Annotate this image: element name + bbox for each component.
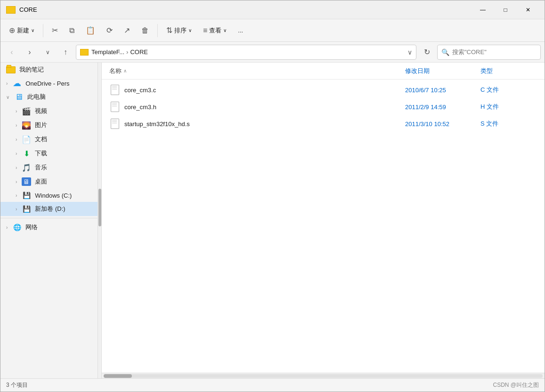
plus-icon: ⊕ — [9, 26, 15, 35]
file-type-2: S 文件 — [480, 120, 537, 128]
sort-button[interactable]: ⇅ 排序 ∨ — [162, 23, 196, 38]
sidebar-item-music[interactable]: › 🎵 音乐 — [0, 160, 98, 175]
col-date-header[interactable]: 修改日期 — [405, 67, 480, 75]
table-row[interactable]: core_cm3.h 2011/2/9 14:59 H 文件 — [102, 98, 545, 115]
paste-icon: 📋 — [86, 26, 95, 35]
sidebar-item-windows-c[interactable]: › 💾 Windows (C:) — [0, 189, 98, 202]
view-label: 查看 — [209, 26, 221, 35]
new-chevron-icon: ∨ — [31, 28, 34, 33]
back-button[interactable]: ‹ — [4, 45, 19, 60]
table-row[interactable]: core_cm3.c 2010/6/7 10:25 C 文件 — [102, 81, 545, 98]
table-row[interactable]: startup_stm32f10x_hd.s 2011/3/10 10:52 S… — [102, 115, 545, 132]
file-date-1: 2011/2/9 14:59 — [405, 104, 480, 111]
file-date-0: 2010/6/7 10:25 — [405, 87, 480, 94]
filelist-body: core_cm3.c 2010/6/7 10:25 C 文件 core_cm3.… — [102, 80, 545, 373]
status-item-count: 3 个项目 — [6, 381, 28, 389]
video-icon: 🎬 — [22, 107, 31, 115]
more-button[interactable]: ... — [233, 24, 248, 37]
address-chevron-icon[interactable]: ∨ — [407, 48, 412, 56]
copy-icon: ⧉ — [69, 26, 74, 35]
sidebar-content: 我的笔记 › ☁ OneDrive - Pers ∨ 🖥 此电脑 › 🎬 — [0, 63, 98, 378]
toolbar-divider-1 — [43, 24, 43, 37]
statusbar: 3 个项目 CSDN @叫住之图 — [0, 378, 545, 392]
chevron-right-icon: › — [6, 81, 8, 86]
main-content: 我的笔记 › ☁ OneDrive - Pers ∨ 🖥 此电脑 › 🎬 — [0, 63, 545, 378]
col-name-header[interactable]: 名称 ∧ — [109, 67, 405, 75]
sidebar-item-network[interactable]: › 🌐 网络 — [0, 220, 98, 234]
downloads-chevron-icon: › — [16, 151, 17, 156]
search-box[interactable]: 🔍 — [437, 45, 541, 60]
address-sep: › — [126, 48, 128, 56]
address-parent: TemplateF... — [91, 48, 124, 56]
notes-folder-icon — [6, 66, 16, 73]
sidebar-item-onedrive-label: OneDrive - Pers — [25, 80, 69, 87]
forward-button[interactable]: › — [22, 45, 37, 60]
sidebar-item-newvol-d-label: 新加卷 (D:) — [35, 205, 65, 213]
sidebar-item-docs[interactable]: › 📄 文档 — [0, 132, 98, 146]
sidebar-item-desktop[interactable]: › 🖥 桌面 — [0, 175, 98, 189]
new-button[interactable]: ⊕ 新建 ∨ — [4, 23, 39, 38]
sidebar-scrollbar[interactable] — [98, 63, 101, 378]
music-icon: 🎵 — [22, 164, 31, 171]
sidebar-item-newvol-d[interactable]: › 💾 新加卷 (D:) — [0, 202, 98, 216]
desktop-chevron-icon: › — [16, 179, 17, 184]
sidebar-item-windows-c-label: Windows (C:) — [35, 192, 72, 199]
sidebar-item-notes-label: 我的笔记 — [19, 65, 44, 74]
dropdown-button[interactable]: ∨ — [40, 45, 55, 60]
delete-button[interactable]: 🗑 — [137, 24, 154, 38]
sort-label: 排序 — [174, 26, 187, 35]
windows-c-chevron-icon: › — [16, 193, 17, 198]
file-icon-0 — [109, 84, 121, 96]
sidebar-item-thispc[interactable]: ∨ 🖥 此电脑 — [0, 90, 98, 104]
file-icon-1 — [109, 101, 121, 112]
window-controls: — □ ✕ — [472, 2, 539, 17]
more-label: ... — [238, 27, 243, 34]
view-button[interactable]: ≡ 查看 ∨ — [198, 24, 231, 38]
images-icon: 🌄 — [22, 121, 31, 129]
file-name-1: core_cm3.h — [124, 104, 405, 111]
file-name-0: core_cm3.c — [124, 87, 405, 94]
up-button[interactable]: ↑ — [58, 45, 73, 60]
file-type-1: H 文件 — [480, 103, 537, 111]
minimize-button[interactable]: — — [472, 2, 494, 17]
col-type-header[interactable]: 类型 — [480, 67, 537, 75]
addressbar: ‹ › ∨ ↑ TemplateF... › CORE ∨ ↻ 🔍 — [0, 42, 545, 63]
sidebar-item-video-label: 视频 — [35, 107, 47, 115]
toolbar: ⊕ 新建 ∨ ✂ ⧉ 📋 ⟳ ↗ 🗑 ⇅ 排序 ∨ ≡ 查看 ∨ ... — [0, 19, 545, 42]
new-label: 新建 — [17, 26, 29, 35]
refresh-button[interactable]: ↻ — [419, 45, 434, 60]
sidebar-item-network-label: 网络 — [25, 223, 38, 232]
cut-button[interactable]: ✂ — [47, 23, 63, 38]
sidebar-item-images[interactable]: › 🌄 图片 — [0, 118, 98, 132]
titlebar-folder-icon — [6, 6, 16, 14]
onedrive-icon: ☁ — [12, 80, 22, 87]
copy-button[interactable]: ⧉ — [65, 24, 79, 38]
sidebar-item-downloads[interactable]: › ⬇ 下载 — [0, 146, 98, 160]
sidebar-item-notes[interactable]: 我的笔记 — [0, 63, 98, 77]
titlebar: CORE — □ ✕ — [0, 0, 545, 19]
pc-icon: 🖥 — [14, 93, 24, 101]
address-input[interactable]: TemplateF... › CORE ∨ — [76, 45, 416, 60]
horizontal-scrollbar[interactable] — [102, 373, 545, 378]
sidebar-item-docs-label: 文档 — [35, 135, 47, 144]
filelist-header: 名称 ∧ 修改日期 类型 — [102, 63, 545, 80]
maximize-button[interactable]: □ — [495, 2, 516, 17]
share-button[interactable]: ↗ — [119, 23, 135, 38]
newvol-d-chevron-icon: › — [16, 207, 17, 212]
sort-icon: ⇅ — [166, 26, 172, 35]
close-button[interactable]: ✕ — [517, 2, 539, 17]
sidebar-item-desktop-label: 桌面 — [35, 177, 47, 186]
toolbar-divider-2 — [157, 24, 158, 37]
video-chevron-icon: › — [16, 109, 17, 114]
docs-icon: 📄 — [22, 136, 31, 143]
paste-button[interactable]: 📋 — [81, 23, 100, 38]
sort-arrow-icon: ∧ — [123, 68, 127, 73]
file-type-0: C 文件 — [480, 86, 537, 94]
search-input[interactable] — [452, 48, 537, 56]
newvol-d-icon: 💾 — [22, 205, 31, 213]
rename-button[interactable]: ⟳ — [102, 23, 117, 38]
sidebar-item-onedrive[interactable]: › ☁ OneDrive - Pers — [0, 77, 98, 90]
file-name-2: startup_stm32f10x_hd.s — [124, 120, 405, 128]
sidebar-item-downloads-label: 下载 — [35, 149, 47, 158]
sidebar-item-video[interactable]: › 🎬 视频 — [0, 104, 98, 118]
